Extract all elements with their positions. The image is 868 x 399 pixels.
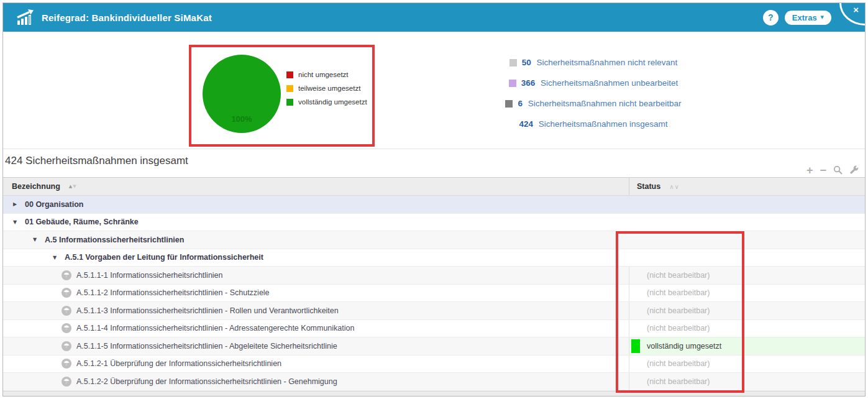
measure-row[interactable]: ☂A.5.1.1-4 Informationssicherheitsrichtl…: [3, 320, 865, 338]
tree-expand-icon[interactable]: ▶: [13, 201, 19, 207]
bezeichnung-cell: ☂A.5.1.2-1 Überprüfung der Informationss…: [3, 355, 629, 373]
plus-icon[interactable]: +: [806, 166, 813, 175]
sort-triangles-icon[interactable]: ▲▼: [69, 184, 76, 189]
status-cell[interactable]: (nicht bearbeitbar): [629, 355, 865, 373]
summary-label: Sicherheitsmaßnahmen nicht bearbeitbar: [526, 99, 682, 108]
measure-label: A.5.1.1-2 Informationssicherheitsrichtli…: [76, 288, 270, 297]
column-header-status[interactable]: Status ∧∨: [629, 178, 865, 195]
bar-chart-trend-icon: [16, 9, 34, 25]
minus-icon[interactable]: −: [820, 166, 826, 175]
summary-link[interactable]: 50 Sicherheitsmaßnahmen nicht relevant: [460, 52, 727, 73]
column-header-bezeichnung[interactable]: Bezeichnung ▲▼: [3, 178, 629, 195]
bezeichnung-cell: ▼A.5 Informationssicherheitsrichtlinien: [3, 231, 865, 249]
summary-link[interactable]: 366 Sicherheitsmaßnahmen unbearbeitet: [460, 73, 727, 93]
summary-count: 50: [522, 58, 531, 67]
extras-button[interactable]: Extras ▼: [785, 11, 831, 25]
bezeichnung-cell: ☂A.5.1.1-2 Informationssicherheitsrichtl…: [3, 285, 629, 302]
summary-count: 424: [519, 119, 533, 129]
legend-swatch: [286, 71, 293, 78]
umbrella-icon: ☂: [62, 359, 71, 369]
status-cell[interactable]: vollständig umgesetzt: [629, 337, 865, 355]
group-label: A.5 Informationssicherheitsrichtlinien: [45, 236, 184, 244]
umbrella-icon: ☂: [62, 288, 71, 298]
status-label: (nicht bearbeitbar): [647, 359, 710, 368]
measures-table: Bezeichnung ▲▼ Status ∧∨ ▶00 Organisatio…: [3, 177, 865, 391]
chevron-down-icon: ▼: [821, 15, 824, 20]
umbrella-icon: ☂: [62, 306, 71, 316]
tree-group-row[interactable]: ▼A.5 Informationssicherheitsrichtlinien: [3, 231, 865, 249]
status-cell[interactable]: (nicht bearbeitbar): [629, 320, 865, 337]
status-swatch: [505, 100, 513, 108]
app-window: Reifegrad: Bankindividueller SiMaKat ? E…: [0, 0, 868, 399]
status-swatch: [509, 80, 516, 87]
status-swatch: [509, 59, 517, 66]
measure-label: A.5.1.2-1 Überprüfung der Informationssi…: [76, 359, 281, 368]
legend-label: teilweise umgesetzt: [298, 85, 360, 92]
section-header: 424 Sicherheitsmaßnahmen insgesamt +−: [3, 149, 865, 177]
umbrella-icon: ☂: [62, 323, 71, 333]
status-label: (nicht bearbeitbar): [647, 377, 710, 386]
measure-row[interactable]: ☂A.5.1.2-1 Überprüfung der Informationss…: [3, 355, 865, 374]
bezeichnung-cell: ☂A.5.1.1-5 Informationssicherheitsrichtl…: [3, 337, 629, 355]
status-cell[interactable]: (nicht bearbeitbar): [629, 373, 865, 390]
measure-row[interactable]: ☂A.5.1.1-2 Informationssicherheitsrichtl…: [3, 285, 865, 303]
bezeichnung-cell: ☂A.5.1.1-1 Informationssicherheitsrichtl…: [3, 267, 629, 284]
close-icon: ×: [853, 4, 859, 15]
section-title: 424 Sicherheitsmaßnahmen insgesamt: [5, 155, 188, 167]
legend-label: vollständig umgesetzt: [298, 98, 367, 106]
bezeichnung-cell: ☂A.5.1.1-4 Informationssicherheitsrichtl…: [3, 320, 629, 337]
extras-label: Extras: [792, 13, 817, 22]
tree-collapse-icon[interactable]: ▼: [53, 255, 59, 260]
measure-row[interactable]: ☂A.5.1.2-2 Überprüfung der Informationss…: [3, 373, 865, 391]
sort-chevrons-icon[interactable]: ∧∨: [669, 183, 679, 190]
group-label: A.5.1 Vorgaben der Leitung für Informati…: [65, 253, 263, 262]
table-body: ▶00 Organisation▼01 Gebäude, Räume, Schr…: [3, 196, 865, 391]
measure-label: A.5.1.1-1 Informationssicherheitsrichtli…: [76, 271, 223, 280]
tree-group-row[interactable]: ▼01 Gebäude, Räume, Schränke: [3, 214, 865, 232]
pie-data-label: 100%: [231, 114, 252, 124]
status-label: (nicht bearbeitbar): [647, 271, 710, 280]
status-cell[interactable]: (nicht bearbeitbar): [629, 267, 865, 284]
summary-links: 50 Sicherheitsmaßnahmen nicht relevant36…: [460, 52, 727, 134]
window-title: Reifegrad: Bankindividueller SiMaKat: [42, 12, 212, 23]
status-label: (nicht bearbeitbar): [647, 306, 710, 315]
measure-label: A.5.1.1-3 Informationssicherheitsrichtli…: [76, 306, 339, 315]
summary-label: Sicherheitsmaßnahmen unbearbeitet: [538, 78, 678, 88]
help-button[interactable]: ?: [763, 10, 779, 25]
bezeichnung-cell: ▼01 Gebäude, Räume, Schränke: [3, 214, 865, 231]
status-cell[interactable]: (nicht bearbeitbar): [629, 285, 865, 302]
tree-collapse-icon[interactable]: ▼: [33, 237, 39, 242]
close-button[interactable]: ×: [839, 3, 865, 25]
tree-group-row[interactable]: ▶00 Organisation: [3, 196, 865, 214]
legend-swatch: [286, 85, 293, 92]
bezeichnung-cell: ▼A.5.1 Vorgaben der Leitung für Informat…: [3, 249, 865, 267]
wrench-icon[interactable]: [849, 165, 859, 175]
summary-panel: 100% nicht umgesetztteilweise umgesetztv…: [3, 32, 865, 149]
summary-link[interactable]: 424 Sicherheitsmaßnahmen insgesamt: [460, 114, 727, 134]
column-label: Bezeichnung: [12, 182, 60, 191]
umbrella-icon: ☂: [62, 270, 71, 280]
search-icon[interactable]: [833, 165, 843, 175]
measure-row[interactable]: ☂A.5.1.1-3 Informationssicherheitsrichtl…: [3, 302, 865, 320]
tree-group-row[interactable]: ▼A.5.1 Vorgaben der Leitung für Informat…: [3, 249, 865, 267]
question-mark-icon: ?: [768, 12, 774, 22]
status-cell[interactable]: (nicht bearbeitbar): [629, 302, 865, 319]
measure-label: A.5.1.1-4 Informationssicherheitsrichtli…: [76, 324, 354, 332]
summary-count: 366: [521, 78, 536, 88]
status-label: (nicht bearbeitbar): [647, 288, 710, 297]
measure-row[interactable]: ☂A.5.1.1-5 Informationssicherheitsrichtl…: [3, 337, 865, 355]
status-label: (nicht bearbeitbar): [647, 324, 710, 332]
summary-link[interactable]: 6 Sicherheitsmaßnahmen nicht bearbeitbar: [460, 93, 727, 114]
footer-strip: [3, 391, 865, 397]
pie-legend: nicht umgesetztteilweise umgesetztvollst…: [286, 68, 367, 109]
bezeichnung-cell: ☂A.5.1.2-2 Überprüfung der Informationss…: [3, 373, 629, 390]
summary-label: Sicherheitsmaßnahmen nicht relevant: [534, 58, 677, 67]
summary-label: Sicherheitsmaßnahmen insgesamt: [536, 119, 668, 129]
measure-row[interactable]: ☂A.5.1.1-1 Informationssicherheitsrichtl…: [3, 267, 865, 285]
column-label: Status: [637, 182, 660, 191]
legend-swatch: [286, 99, 293, 106]
group-label: 00 Organisation: [25, 200, 83, 209]
tree-collapse-icon[interactable]: ▼: [13, 219, 19, 225]
bezeichnung-cell: ☂A.5.1.1-3 Informationssicherheitsrichtl…: [3, 302, 629, 319]
summary-count: 6: [518, 99, 523, 108]
